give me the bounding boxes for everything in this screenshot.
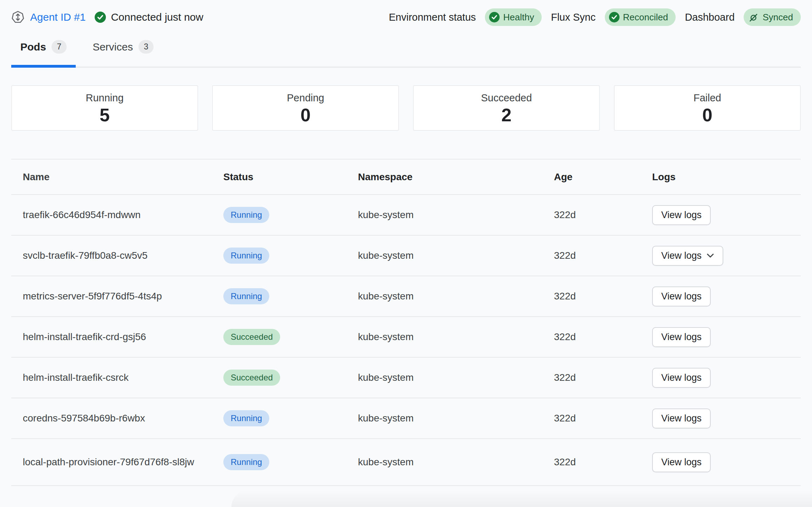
status-badge: Succeeded [223,329,280,345]
pod-name: helm-install-traefik-csrck [11,370,223,385]
column-header-status: Status [223,171,358,183]
sync-icon [749,12,759,22]
check-circle-icon [95,12,106,23]
view-logs-dropdown-button[interactable]: View logs [652,246,723,266]
table-row: helm-install-traefik-csrck Succeeded kub… [11,358,801,398]
tab-services[interactable]: Services 3 [83,34,163,68]
agent-id-link[interactable]: Agent ID #1 [30,11,86,23]
status-badge: Running [223,207,269,223]
pod-status-summary: Running 5 Pending 0 Succeeded 2 Failed 0 [11,85,801,131]
pod-name: metrics-server-5f9f776df5-4ts4p [11,289,223,304]
tab-pods-count-badge: 7 [52,40,67,54]
status-badge: Running [223,248,269,264]
status-badge: Running [223,454,269,470]
status-badge: Succeeded [223,370,280,386]
view-logs-button[interactable]: View logs [652,286,711,306]
pod-name: coredns-597584b69b-r6wbx [11,411,223,426]
column-header-age: Age [554,171,652,183]
pod-age: 322d [554,250,652,261]
column-header-namespace: Namespace [358,171,554,183]
stat-value: 0 [702,106,712,124]
stat-card-pending: Pending 0 [212,85,399,131]
table-row: coredns-597584b69b-r6wbx Running kube-sy… [11,398,801,439]
below-fold-panel-edge [231,490,812,507]
status-badge: Running [223,410,269,426]
status-badge: Running [223,288,269,304]
environment-status-label: Environment status [389,12,476,23]
stat-label: Pending [287,92,324,104]
tab-pods[interactable]: Pods 7 [11,34,76,68]
column-header-logs: Logs [652,171,801,183]
table-row: helm-install-traefik-crd-gsj56 Succeeded… [11,317,801,358]
column-header-name: Name [11,171,223,183]
pod-age: 322d [554,413,652,424]
check-circle-icon [609,12,620,22]
pod-age: 322d [554,331,652,343]
stat-value: 2 [501,106,512,124]
pod-namespace: kube-system [358,291,554,302]
dashboard-label: Dashboard [685,12,735,23]
pod-namespace: kube-system [358,331,554,343]
table-row: svclb-traefik-79ffb0a8-cw5v5 Running kub… [11,236,801,276]
chevron-down-icon [706,253,714,258]
view-logs-button[interactable]: View logs [652,452,711,472]
stat-value: 0 [300,106,311,124]
stat-label: Succeeded [481,92,532,104]
view-logs-button[interactable]: View logs [652,327,711,347]
tab-bar: Pods 7 Services 3 [11,34,801,68]
table-row: traefik-66c46d954f-mdwwn Running kube-sy… [11,195,801,236]
dashboard-sync-badge: Synced [744,8,801,26]
stat-label: Failed [693,92,721,104]
pod-age: 322d [554,209,652,221]
flux-sync-label: Flux Sync [551,12,595,23]
environment-status-badge: Healthy [485,8,542,26]
pod-name: helm-install-traefik-crd-gsj56 [11,329,223,344]
pod-namespace: kube-system [358,413,554,424]
pod-age: 322d [554,457,652,468]
pod-name: traefik-66c46d954f-mdwwn [11,207,223,222]
table-row: metrics-server-5f9f776df5-4ts4p Running … [11,276,801,317]
pods-table: Name Status Namespace Age Logs traefik-6… [11,159,801,486]
flux-sync-badge: Reconciled [605,8,676,26]
tab-services-label: Services [93,41,133,53]
stat-card-succeeded: Succeeded 2 [413,85,600,131]
tab-pods-label: Pods [20,41,46,53]
pod-name: local-path-provisioner-79f67d76f8-sl8jw [11,454,223,469]
agent-icon [11,11,25,24]
view-logs-button[interactable]: View logs [652,368,711,388]
stat-label: Running [86,92,123,104]
pod-namespace: kube-system [358,372,554,383]
top-bar: Agent ID #1 Connected just now Environme… [11,0,801,25]
pod-age: 322d [554,372,652,383]
pod-name: svclb-traefik-79ffb0a8-cw5v5 [11,248,223,263]
pod-age: 322d [554,291,652,302]
connection-status-text: Connected just now [111,11,203,23]
stat-value: 5 [100,106,110,124]
pod-namespace: kube-system [358,457,554,468]
check-circle-icon [489,12,500,22]
pod-namespace: kube-system [358,250,554,261]
stat-card-failed: Failed 0 [614,85,801,131]
table-row: local-path-provisioner-79f67d76f8-sl8jw … [11,439,801,486]
stat-card-running: Running 5 [11,85,198,131]
tab-services-count-badge: 3 [138,40,154,54]
view-logs-button[interactable]: View logs [652,408,711,428]
view-logs-button[interactable]: View logs [652,205,711,225]
pod-namespace: kube-system [358,209,554,221]
table-header-row: Name Status Namespace Age Logs [11,160,801,195]
